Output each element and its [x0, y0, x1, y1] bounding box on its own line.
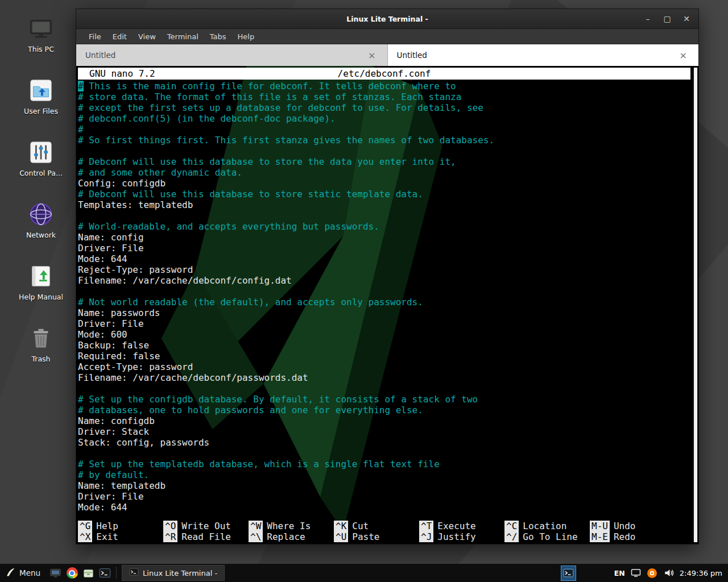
- taskbar-window-label: Linux Lite Terminal -: [143, 569, 217, 577]
- nano-line: Mode: 600: [78, 329, 690, 340]
- nano-line: Backup: false: [78, 340, 690, 351]
- minimize-button[interactable]: –: [643, 14, 653, 24]
- nano-line: Driver: File: [78, 318, 690, 329]
- close-button[interactable]: ✕: [681, 14, 692, 24]
- terminal-icon: [129, 567, 139, 579]
- nano-shortcut: ^JJustify: [419, 531, 504, 542]
- tab-bar: Untitled × Untitled ×: [76, 44, 698, 66]
- nano-line: [78, 383, 690, 394]
- desktop-icon-help-manual[interactable]: Help Manual: [15, 263, 67, 301]
- shortcut-key: ^W: [249, 521, 263, 531]
- nano-line: # except the first sets up a database fo…: [78, 102, 690, 113]
- shortcut-label: Write Out: [181, 521, 231, 531]
- nano-line: # Set up the templatedb database, which …: [78, 459, 690, 469]
- file-manager-icon[interactable]: [48, 566, 63, 581]
- shortcut-label: Cut: [352, 521, 369, 531]
- tab-close-icon[interactable]: ×: [677, 50, 689, 61]
- shortcut-label: Paste: [352, 531, 379, 542]
- nano-line: # This is the main config file for debco…: [78, 81, 690, 92]
- menu-tabs[interactable]: Tabs: [204, 31, 232, 43]
- terminal-content[interactable]: GNU nano 7.2 /etc/debconf.conf # This is…: [76, 66, 698, 544]
- shortcut-label: Help: [96, 521, 118, 531]
- tray-terminal-icon[interactable]: [561, 566, 576, 581]
- nano-line: # Set up the configdb database. By defau…: [78, 394, 690, 405]
- nano-line: # store data. The format of this file is…: [78, 92, 690, 102]
- nano-shortcut: M-UUndo: [590, 521, 675, 531]
- nano-line: # databases, one to hold passwords and o…: [78, 405, 690, 415]
- nano-shortcut-column: ^CLocation^/Go To Line: [504, 521, 590, 542]
- terminal-launcher-icon[interactable]: [97, 566, 113, 581]
- shortcut-key: M-E: [590, 531, 610, 542]
- keyboard-indicator-icon[interactable]: [647, 567, 658, 579]
- nano-shortcut-column: ^KCut^UPaste: [334, 521, 419, 542]
- nano-line: Driver: File: [78, 243, 690, 253]
- nano-shortcut: ^OWrite Out: [163, 521, 249, 531]
- shortcut-key: ^G: [78, 521, 92, 531]
- desktop-icon-label: Help Manual: [19, 293, 63, 301]
- nano-shortcut-column: ^OWrite Out^RRead File: [163, 521, 249, 542]
- desktop-icon-label: Network: [26, 231, 56, 239]
- system-tray: EN 2:49:36 pm: [561, 566, 728, 581]
- tab-untitled-1[interactable]: Untitled ×: [76, 44, 388, 66]
- desktop-icon-control-panel[interactable]: Control Pa...: [15, 139, 67, 177]
- nano-shortcut: ^KCut: [334, 521, 419, 531]
- display-icon[interactable]: [630, 567, 642, 579]
- tab-label: Untitled: [397, 51, 427, 60]
- nano-line: #: [78, 124, 690, 135]
- shortcut-key: ^R: [163, 531, 177, 542]
- shortcut-label: Where Is: [267, 521, 311, 531]
- nano-line: # Debconf will use this database to stor…: [78, 156, 690, 167]
- language-indicator[interactable]: EN: [614, 569, 625, 577]
- window-titlebar[interactable]: Linux Lite Terminal - – ▢ ✕: [76, 9, 698, 29]
- menu-edit[interactable]: Edit: [107, 31, 133, 43]
- nano-filename: /etc/debconf.conf: [78, 68, 690, 80]
- desktop-icon-this-pc[interactable]: This PC: [15, 15, 67, 53]
- menu-view[interactable]: View: [133, 31, 162, 43]
- divider: [116, 567, 119, 579]
- tab-label: Untitled: [85, 51, 115, 60]
- volume-icon[interactable]: [663, 567, 675, 579]
- desktop: This PC User Files Control Pa... Network…: [0, 0, 728, 582]
- nano-shortcut-column: M-UUndoM-ERedo: [590, 521, 675, 542]
- scrollbar-thumb[interactable]: [694, 68, 697, 542]
- nano-line: Templates: templatedb: [78, 199, 690, 210]
- menu-button-label: Menu: [19, 568, 40, 577]
- nano-shortcut: M-ERedo: [590, 531, 675, 542]
- shortcut-key: ^C: [504, 521, 519, 531]
- desktop-icon-network[interactable]: Network: [15, 201, 67, 239]
- shortcut-key: ^T: [419, 521, 433, 531]
- nano-line: Driver: Stack: [78, 426, 690, 437]
- shortcut-label: Justify: [437, 531, 475, 542]
- desktop-icon-user-files[interactable]: User Files: [15, 77, 67, 115]
- tab-close-icon[interactable]: ×: [366, 50, 378, 61]
- nano-shortcut: ^/Go To Line: [504, 531, 590, 542]
- shortcut-key: ^U: [334, 531, 348, 542]
- desktop-icon-trash[interactable]: Trash: [15, 325, 67, 363]
- desktop-icon-label: Trash: [31, 355, 50, 363]
- clock[interactable]: 2:49:36 pm: [680, 569, 722, 577]
- nano-line: # and some other dynamic data.: [78, 167, 690, 178]
- shortcut-label: Replace: [267, 531, 305, 542]
- nano-cursor: #: [78, 81, 84, 92]
- tab-untitled-2[interactable]: Untitled ×: [388, 44, 699, 66]
- menu-help[interactable]: Help: [232, 31, 260, 43]
- software-box-icon[interactable]: [81, 566, 96, 581]
- nano-line: # So first things first. This first stan…: [78, 135, 690, 146]
- taskbar-window-button[interactable]: Linux Lite Terminal -: [122, 565, 225, 581]
- scrollbar[interactable]: [693, 68, 698, 542]
- menu-button[interactable]: Menu: [0, 564, 47, 582]
- computer-icon: [27, 15, 55, 42]
- menu-terminal[interactable]: Terminal: [162, 31, 204, 43]
- menu-file[interactable]: File: [83, 31, 107, 43]
- chrome-icon[interactable]: [64, 566, 80, 581]
- shortcut-key: ^K: [334, 521, 348, 531]
- maximize-button[interactable]: ▢: [662, 14, 672, 24]
- nano-line: Required: false: [78, 351, 690, 361]
- nano-line: [78, 210, 690, 221]
- nano-shortcut-column: ^GHelp^XExit: [78, 521, 163, 542]
- nano-shortcut: ^UPaste: [334, 531, 419, 542]
- desktop-icon-label: This PC: [28, 45, 54, 53]
- nano-shortcut: ^WWhere Is: [249, 521, 334, 531]
- nano-shortcut-bar: ^GHelp^XExit^OWrite Out^RRead File^WWher…: [78, 521, 675, 542]
- nano-editor-area[interactable]: # This is the main config file for debco…: [78, 81, 690, 519]
